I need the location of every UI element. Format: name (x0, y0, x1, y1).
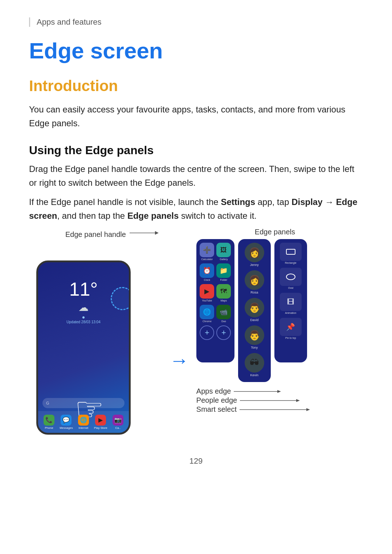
app-clock: ⏰ (200, 263, 214, 278)
app-chrome-label: Chrome (203, 320, 212, 323)
person-jenny: 👩 Jenny (245, 243, 264, 267)
label-row-smart-select: Smart select (196, 405, 310, 414)
intro-paragraph: You can easily access your favourite app… (29, 103, 363, 131)
smart-rectangle: Rectangle (280, 243, 302, 264)
app-youtube: ▶ (200, 284, 214, 299)
smart-item-animation-label: Animation (285, 312, 296, 314)
app-maps-label: Maps (221, 299, 227, 302)
phone-cloud-icon: ☁ (78, 301, 89, 313)
name-jenny: Jenny (250, 263, 259, 267)
app-duo-label: Duo (221, 320, 226, 323)
apps-edge-panel: ➕ Calculator 🖼 Gallery ⏰ (196, 239, 234, 362)
breadcrumb: Apps and features (29, 17, 363, 27)
smart-pin-to-top: 📌 Pin to top (280, 318, 302, 339)
para1: Drag the Edge panel handle towards the c… (29, 162, 363, 190)
app-calculator-label: Calculator (201, 258, 213, 260)
diagram-area: Edge panel handle 11° ☁ Updated 28/03 13… (29, 228, 363, 435)
name-tony: Tony (251, 346, 258, 349)
dock-internet-label: Internet (78, 426, 88, 430)
svg-marker-5 (277, 390, 281, 393)
dock-playstore-label: Play Store (94, 426, 107, 430)
panel-row-3: ▶ YouTube 🗺 Maps (199, 284, 232, 302)
label-people-edge: People edge (196, 396, 237, 405)
bottom-labels-area: Apps edge People edge (196, 387, 310, 414)
person-tony: 👨 Tony (245, 325, 264, 349)
label-row-people-edge: People edge (196, 396, 310, 405)
smart-item-pin: 📌 (280, 318, 302, 336)
dock-internet: 🌐 Internet (78, 415, 89, 430)
panel-row-4: 🌐 Chrome 📹 Duo (199, 305, 232, 323)
svg-point-3 (286, 274, 295, 280)
name-kevin: Kevin (250, 373, 259, 377)
person-rosa: 👩 Rosa (245, 270, 264, 294)
app-gallery: 🖼 (216, 243, 231, 257)
name-rosa: Rosa (250, 291, 258, 294)
arrow-right-icon: → (170, 349, 189, 372)
phone-update-text: Updated 28/03 13:04 (66, 320, 100, 324)
app-maps: 🗺 (216, 284, 231, 299)
smart-item-animation: 🎞 (280, 293, 302, 311)
smart-item-pin-label: Pin to top (285, 337, 296, 339)
label-row-apps-edge: Apps edge (196, 387, 310, 395)
dock-messages-label: Messages (60, 426, 73, 430)
smart-item-oval-label: Oval (288, 287, 293, 289)
smart-item-oval (280, 268, 302, 286)
app-folder: 📁 (216, 263, 231, 278)
person-david: 👨 David (245, 298, 264, 322)
phone-dock: 📞 Phone 💬 Messages 🌐 Internet (38, 411, 129, 433)
app-calculator: ➕ (200, 243, 214, 257)
phone-temperature: 11° (69, 278, 98, 300)
dock-messages: 💬 Messages (60, 415, 73, 430)
avatar-kevin: 🕶 (245, 353, 264, 373)
smart-select-panel: Rectangle Oval 🎞 Animation (274, 239, 307, 362)
dock-camera: 📷 Ca.. (113, 415, 123, 430)
add-app-btn-1[interactable]: + (200, 325, 214, 340)
svg-marker-7 (296, 399, 300, 402)
app-clock-label: Clock (204, 279, 211, 281)
smart-item-rectangle-label: Rectangle (285, 262, 297, 264)
label-apps-edge: Apps edge (196, 387, 231, 395)
label-edge-panels: Edge panels (255, 228, 295, 236)
avatar-rosa: 👩 (245, 270, 264, 290)
dock-playstore: ▶ Play Store (94, 415, 107, 430)
subsection-title-edge-panels: Using the Edge panels (29, 144, 363, 157)
app-duo: 📹 (216, 305, 231, 319)
avatar-david: 👨 (245, 298, 264, 317)
edge-panel-handle-circle (111, 287, 131, 310)
person-kevin: 🕶 Kevin (245, 353, 264, 377)
avatar-jenny: 👩 (245, 243, 264, 262)
name-david: David (250, 318, 258, 322)
dock-phone-label: Phone (45, 426, 53, 430)
label-edge-panel-handle: Edge panel handle (65, 230, 126, 239)
panel-row-1: ➕ Calculator 🖼 Gallery (199, 243, 232, 260)
add-app-btn-2[interactable]: + (216, 325, 231, 340)
app-folder-label: Folder (220, 279, 227, 281)
avatar-tony: 👨 (245, 325, 264, 345)
phone-dot (82, 316, 85, 319)
svg-rect-2 (286, 249, 295, 254)
smart-oval: Oval (280, 268, 302, 289)
app-youtube-label: YouTube (202, 299, 212, 302)
para2: If the Edge panel handle is not visible,… (29, 195, 363, 223)
phone-mockup: 11° ☁ Updated 28/03 13:04 G ☞ (36, 260, 131, 435)
app-chrome: 🌐 (200, 305, 214, 319)
panel-row-add: + + (199, 325, 232, 340)
dock-camera-label: Ca.. (115, 426, 121, 430)
page-number: 129 (29, 456, 363, 477)
svg-marker-1 (155, 231, 159, 235)
people-edge-panel: 👩 Jenny 👩 Rosa 👨 David 👨 (238, 239, 271, 382)
smart-item-rectangle (280, 243, 302, 261)
page-title: Edge screen (29, 38, 363, 63)
smart-animation: 🎞 Animation (280, 293, 302, 314)
svg-marker-9 (306, 408, 310, 411)
dock-phone: 📞 Phone (44, 415, 54, 430)
panel-row-2: ⏰ Clock 📁 Folder (199, 263, 232, 281)
app-gallery-label: Gallery (220, 258, 228, 260)
section-title-introduction: Introduction (29, 77, 363, 95)
label-smart-select: Smart select (196, 405, 237, 414)
